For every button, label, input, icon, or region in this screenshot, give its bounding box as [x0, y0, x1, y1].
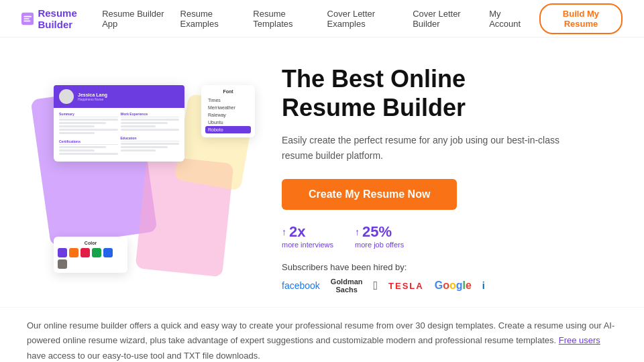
- resume-card-body: Summary Certifications Work Experience: [59, 112, 179, 156]
- logo-google: Google: [435, 280, 472, 292]
- logo-apple: : [374, 279, 378, 293]
- resume-card-preview: Jessica Lang Happiness Nurse Summary Cer…: [54, 85, 184, 162]
- build-resume-button[interactable]: Build My Resume: [539, 3, 623, 34]
- nav-links: Resume Builder App Resume Examples Resum…: [102, 3, 623, 34]
- color-panel-title: Color: [58, 241, 123, 245]
- color-swatch-green[interactable]: [92, 248, 101, 257]
- description-section: Our online resume builder offers a quick…: [0, 307, 644, 362]
- hero-heading: The Best Online Resume Builder: [282, 64, 617, 122]
- hired-by-label: Subscribers have been hired by:: [282, 262, 617, 272]
- navbar: Resume Builder Resume Builder App Resume…: [0, 0, 644, 38]
- stat-interviews: ↑ 2x more interviews: [282, 223, 333, 249]
- hero-section: Jessica Lang Happiness Nurse Summary Cer…: [0, 38, 644, 307]
- nav-link-templates[interactable]: Resume Templates: [253, 9, 313, 29]
- hero-content: The Best Online Resume Builder Easily cr…: [268, 64, 617, 294]
- color-swatches: [58, 248, 123, 269]
- nav-link-examples[interactable]: Resume Examples: [180, 9, 240, 29]
- stat-offers: ↑ 25% more job offers: [355, 223, 404, 249]
- svg-rect-3: [23, 20, 30, 21]
- svg-point-4: [64, 92, 69, 97]
- color-swatch-gray[interactable]: [58, 259, 67, 269]
- font-option-times[interactable]: Times: [205, 97, 251, 104]
- nav-link-builder-app[interactable]: Resume Builder App: [102, 9, 166, 29]
- resume-avatar: [59, 89, 74, 104]
- arrow-up-icon-2: ↑: [355, 227, 360, 237]
- logo-tesla: TESLA: [388, 281, 424, 291]
- resume-left-col: Summary Certifications: [59, 112, 118, 156]
- font-panel-title: Font: [205, 89, 251, 94]
- color-swatch-red[interactable]: [80, 248, 90, 257]
- logo-text: Resume Builder: [38, 7, 102, 30]
- stat-interviews-value: 2x: [289, 223, 305, 241]
- resume-card-name-area: Jessica Lang Happiness Nurse: [78, 93, 107, 101]
- logo-facebook: facebook: [282, 280, 320, 291]
- nav-link-account[interactable]: My Account: [489, 9, 526, 29]
- font-panel: Font Times Merriweather Raleway Ubuntu R…: [201, 85, 255, 137]
- color-swatch-purple[interactable]: [58, 248, 67, 257]
- logo-ibm: i: [482, 280, 485, 291]
- font-option-merriweather[interactable]: Merriweather: [205, 104, 251, 111]
- resume-card-header: Jessica Lang Happiness Nurse: [54, 85, 184, 108]
- svg-rect-1: [23, 15, 32, 17]
- logo-icon: [21, 11, 34, 26]
- hero-description: Easily create the perfect resume for any…: [282, 133, 564, 163]
- arrow-up-icon: ↑: [282, 227, 286, 237]
- resume-card-title: Happiness Nurse: [78, 97, 107, 101]
- hired-logos-row: facebook GoldmanSachs  TESLA Google i: [282, 278, 617, 294]
- color-panel: Color: [54, 237, 127, 273]
- description-text-after: have access to our easy-to-use tool and …: [27, 351, 260, 361]
- free-users-link[interactable]: Free users: [559, 335, 600, 345]
- stat-offers-label: more job offers: [355, 241, 404, 249]
- nav-link-cover-builder[interactable]: Cover Letter Builder: [413, 9, 476, 29]
- resume-card-name: Jessica Lang: [78, 93, 107, 97]
- stat-offers-value: 25%: [362, 223, 392, 241]
- font-option-raleway[interactable]: Raleway: [205, 111, 251, 119]
- stat-interviews-label: more interviews: [282, 241, 333, 249]
- hired-by-section: Subscribers have been hired by: facebook…: [282, 262, 617, 294]
- svg-rect-2: [23, 18, 29, 19]
- create-resume-button[interactable]: Create My Resume Now: [282, 179, 457, 210]
- font-option-roboto[interactable]: Roboto: [205, 126, 251, 133]
- logo-goldman: GoldmanSachs: [331, 278, 363, 294]
- stats-row: ↑ 2x more interviews ↑ 25% more job offe…: [282, 223, 617, 249]
- font-option-ubuntu[interactable]: Ubuntu: [205, 119, 251, 126]
- color-swatch-blue[interactable]: [103, 248, 113, 257]
- description-text-before: Our online resume builder offers a quick…: [27, 320, 614, 345]
- resume-right-col: Work Experience Education: [121, 112, 180, 156]
- color-swatch-orange[interactable]: [69, 248, 78, 257]
- nav-logo[interactable]: Resume Builder: [21, 7, 102, 30]
- nav-link-cover-examples[interactable]: Cover Letter Examples: [327, 9, 400, 29]
- hero-visual: Jessica Lang Happiness Nurse Summary Cer…: [27, 78, 268, 280]
